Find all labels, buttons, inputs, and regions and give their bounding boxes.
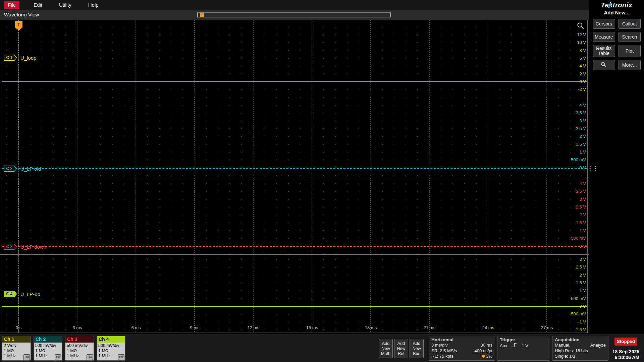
ch1-waveform-label: U_loop	[20, 55, 37, 61]
ch4-settings-badge[interactable]: Ch 4 500 mV/div 1 MΩ 1 MHz Bw	[97, 336, 125, 361]
ch4-badge-title: Ch 4	[97, 336, 125, 343]
y-tick-label: 1.5 V	[556, 219, 586, 227]
acquisition-mode: Manual,	[555, 343, 570, 348]
bandwidth-limit-icon[interactable]: Bw	[118, 354, 124, 360]
magnifier-icon	[601, 62, 607, 69]
x-tick-label: 3 ms	[48, 325, 107, 330]
x-tick-label: 0 s	[0, 325, 48, 330]
bandwidth-limit-icon[interactable]: Bw	[23, 354, 30, 360]
view-tab-bar: Waveform View T	[0, 10, 589, 20]
search-button[interactable]: Search	[619, 32, 641, 42]
ch1-waveform-trace	[2, 81, 587, 82]
channel-1-pane[interactable]: C 1 U_loop 12 V10 V8 V6 V4 V2 V0 V-2 V	[0, 20, 589, 97]
plot-button[interactable]: Plot	[619, 45, 641, 57]
y-tick-label: 1.5 V	[556, 140, 586, 148]
more-button[interactable]: More...	[619, 60, 641, 70]
resolution: 400 ns/pt	[475, 348, 493, 354]
add-new-math-button[interactable]: Add New Math	[379, 339, 393, 358]
acquisition-detail: High Res: 16 bits	[555, 348, 588, 354]
y-tick-label: 2 V	[556, 271, 586, 279]
y-tick-label: -500 mV	[556, 310, 586, 318]
trigger-level: 1 V	[522, 343, 528, 349]
horizontal-position-value: 3%	[486, 354, 492, 359]
ch1-scale-ticks: 12 V10 V8 V6 V4 V2 V0 V-2 V	[556, 31, 586, 94]
y-tick-label: 3.5 V	[556, 109, 586, 117]
menu-item[interactable]: File	[4, 1, 19, 9]
acquisition-panel[interactable]: Acquisition Manual, Analyze High Res: 16…	[552, 336, 608, 361]
bandwidth-limit-icon[interactable]: Bw	[87, 354, 93, 360]
ch3-scale: 500 mV/div	[67, 343, 92, 349]
ch2-badge-body: 500 mV/div 1 MΩ 1 MHz Bw	[34, 343, 62, 361]
oscilloscope-app: FileEditUtilityHelp Waveform View T C 1 …	[0, 0, 644, 362]
ch2-tag[interactable]: C 2	[4, 166, 17, 172]
ch2-settings-badge[interactable]: Ch 2 500 mV/div 1 MΩ 1 MHz Bw	[34, 336, 62, 361]
trigger-panel[interactable]: Trigger Aux 1 V	[497, 336, 550, 361]
trigger-title: Trigger	[500, 337, 547, 343]
add-new-ref-button[interactable]: Add New Ref	[394, 339, 408, 358]
horizontal-duration: 30 ms	[481, 343, 492, 348]
y-tick-label: 500 mV	[556, 295, 586, 302]
x-tick-label: 6 ms	[107, 325, 165, 330]
y-tick-label: 1 V	[556, 287, 586, 294]
channel-4-pane[interactable]: C 4 U_LP-up 3 V2.5 V2 V1.5 V1 V500 mV0 V…	[0, 255, 589, 333]
zoom-overlay-icon[interactable]	[577, 22, 585, 31]
menu-item[interactable]: Help	[86, 1, 101, 9]
y-tick-label: 2 V	[556, 132, 586, 140]
ch3-settings-badge[interactable]: Ch 3 500 mV/div 1 MΩ 1 MHz Bw	[65, 336, 94, 361]
ch4-scale-ticks: 3 V2.5 V2 V1.5 V1 V500 mV0 V-500 mV-1 V-…	[556, 255, 586, 334]
ch4-waveform-label: U_LP-up	[20, 291, 40, 297]
y-tick-label: 4 V	[556, 62, 586, 70]
zoom-button[interactable]	[593, 60, 615, 70]
y-tick-label: 1 V	[556, 148, 586, 156]
y-tick-label: 2.5 V	[556, 203, 586, 211]
acquisition-analyze: Analyze	[590, 343, 606, 348]
panel-splitter-grip[interactable]: ⋮⋮	[587, 167, 591, 177]
menu-item[interactable]: Utility	[56, 1, 74, 9]
ch3-waveform-trace	[2, 246, 587, 247]
channel-2-pane[interactable]: C 2 U_LP old 4 V3.5 V3 V2.5 V2 V1.5 V1 V…	[0, 97, 589, 178]
horizontal-scale: 3 ms/div	[431, 343, 447, 348]
ch1-settings-badge[interactable]: Ch 1 2 V/div 1 MΩ 1 MHz Bw	[2, 336, 31, 361]
y-tick-label: -2 V	[556, 85, 586, 93]
menu-item[interactable]: Edit	[31, 1, 45, 9]
add-new-buttons: Cursors Callout Measure Search Results T…	[589, 19, 644, 70]
ch1-badge-body: 2 V/div 1 MΩ 1 MHz Bw	[2, 343, 31, 361]
callout-button[interactable]: Callout	[619, 19, 641, 29]
y-tick-label: 2.5 V	[556, 263, 586, 271]
ch3-tag[interactable]: C 3	[4, 244, 17, 250]
cursors-button[interactable]: Cursors	[593, 19, 615, 29]
ch1-tag[interactable]: C 1	[4, 55, 17, 61]
y-tick-label: 2.5 V	[556, 125, 586, 132]
bandwidth-limit-icon[interactable]: Bw	[55, 354, 61, 360]
horizontal-title: Horizontal	[431, 337, 492, 343]
x-tick-label: 15 ms	[283, 325, 341, 330]
date-time: 18 Sep 2025 6:10:26 AM	[612, 349, 639, 360]
view-title: Waveform View	[4, 12, 39, 17]
x-tick-label: 9 ms	[165, 325, 224, 330]
ch1-impedance: 1 MΩ	[4, 349, 29, 354]
channel-3-pane[interactable]: C 3 U_LP down 4 V3.5 V3 V2.5 V2 V1.5 V1 …	[0, 178, 589, 255]
results-table-button[interactable]: Results Table	[593, 45, 615, 57]
trigger-position-icon	[482, 355, 485, 358]
add-new-heading: Add New...	[589, 10, 644, 15]
ch4-impedance: 1 MΩ	[98, 349, 124, 354]
ch3-scale-ticks: 4 V3.5 V3 V2.5 V2 V1.5 V1 V500 mV0 V	[556, 180, 586, 250]
horizontal-overview-bar[interactable]: T	[197, 12, 391, 17]
y-tick-label: 0 V	[556, 164, 586, 172]
measure-button[interactable]: Measure	[593, 32, 615, 42]
rising-edge-icon	[512, 343, 517, 349]
add-new-bus-button[interactable]: Add New Bus	[410, 339, 424, 358]
time-label: 6:10:26 AM	[612, 355, 639, 360]
run-stop-status-button[interactable]: Stopped	[614, 338, 637, 346]
overview-trigger-marker[interactable]: T	[200, 13, 204, 17]
y-tick-label: 0 V	[556, 242, 586, 250]
x-tick-label: 21 ms	[400, 325, 459, 330]
waveform-view[interactable]: C 1 U_loop 12 V10 V8 V6 V4 V2 V0 V-2 V C…	[0, 20, 589, 333]
trigger-position-line	[18, 20, 19, 333]
ch4-tag[interactable]: C 4	[4, 291, 17, 297]
y-tick-label: 12 V	[556, 31, 586, 39]
horizontal-panel[interactable]: Horizontal 3 ms/div 30 ms SR: 2.5 MS/s 4…	[429, 336, 495, 361]
ch4-scale: 500 mV/div	[98, 343, 124, 349]
x-tick-label: 12 ms	[224, 325, 283, 330]
y-tick-label: 500 mV	[556, 156, 586, 164]
